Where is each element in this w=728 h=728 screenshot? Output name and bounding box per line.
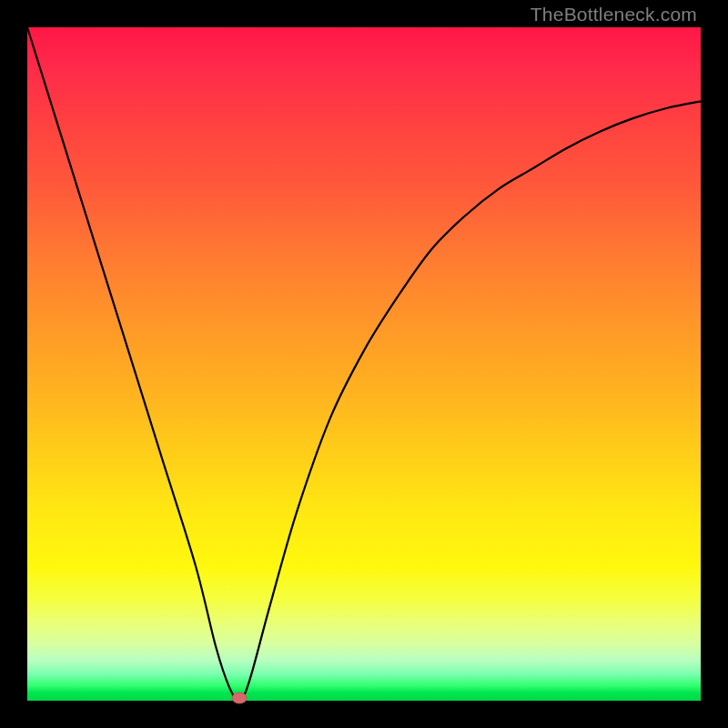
bottleneck-curve [27, 27, 701, 701]
optimal-point-marker [232, 693, 247, 703]
chart-frame: TheBottleneck.com [0, 0, 728, 728]
attribution-text: TheBottleneck.com [531, 4, 697, 25]
chart-svg [27, 27, 701, 701]
